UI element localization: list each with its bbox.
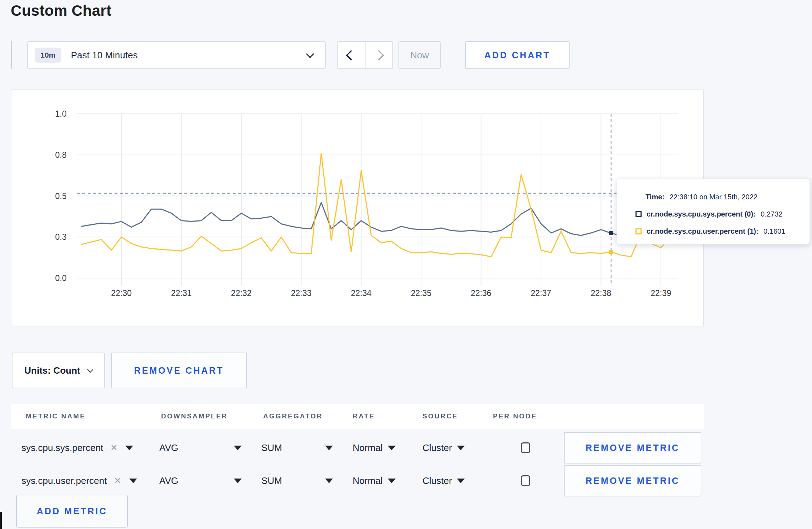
tooltip-series-row: cr.node.sys.cpu.sys.percent (0): 0.2732 [635,207,809,221]
source-value: Cluster [422,475,452,486]
rate-select[interactable]: Normal [353,431,396,464]
dropdown-arrow-icon [457,446,465,450]
table-row: sys.cpu.sys.percent ✕ AVG SUM Normal Clu… [11,431,704,464]
prev-time-button[interactable] [338,42,366,68]
y-axis-tick-label: 0.8 [36,149,67,161]
rate-value: Normal [353,442,383,453]
page-title: Custom Chart [11,2,111,19]
add-chart-button[interactable]: ADD CHART [465,41,570,69]
metric-name-select[interactable]: sys.cpu.user.percent ✕ [21,464,137,497]
y-axis-tick-label: 0.3 [36,231,67,243]
aggregator-value: SUM [261,442,282,453]
dropdown-arrow-icon [388,446,396,450]
time-window-dropdown[interactable]: 10m Past 10 Minutes [27,41,326,69]
clear-metric-icon[interactable]: ✕ [110,443,117,453]
per-node-checkbox[interactable] [521,475,530,486]
x-axis-tick-label: 22:35 [396,288,446,298]
downsampler-select[interactable]: AVG [159,431,242,464]
clear-metric-icon[interactable]: ✕ [114,476,121,486]
tooltip-series-row: cr.node.sys.cpu.user.percent (1): 0.1601 [635,224,809,238]
rate-value: Normal [353,475,383,486]
dropdown-arrow-icon [234,446,242,450]
tooltip-series-label: cr.node.sys.cpu.user.percent (1): [647,227,758,236]
series-line-0 [81,203,671,236]
source-value: Cluster [422,442,452,453]
dropdown-arrow-icon [457,479,465,483]
dropdown-arrow-icon [325,479,333,483]
toolbar-left-divider [11,41,12,69]
y-axis-tick-label: 1.0 [36,108,67,120]
chevron-down-icon [306,50,314,58]
metric-name-select[interactable]: sys.cpu.sys.percent ✕ [21,431,133,464]
chart-hover-tooltip: Time: 22:38:10 on Mar 15th, 2022 cr.node… [617,179,810,244]
x-axis-tick-label: 22:38 [576,288,626,298]
col-header-source: SOURCE [422,404,458,429]
x-axis-tick-label: 22:37 [516,288,566,298]
col-header-rate: RATE [353,404,375,429]
col-header-downsampler: DOWNSAMPLER [161,404,228,429]
tooltip-series-value: 0.1601 [763,227,785,236]
next-time-button[interactable] [366,42,393,68]
aggregator-value: SUM [261,475,282,486]
hover-point-marker-0 [609,231,613,235]
x-axis-tick-label: 22:31 [156,288,206,298]
x-axis: 22:3022:3122:3222:3322:3422:3522:3622:37… [77,288,678,301]
dropdown-arrow-icon [129,479,137,483]
now-button[interactable]: Now [398,41,441,69]
y-axis-tick-label: 0.5 [36,190,67,202]
col-header-aggregator: AGGREGATOR [263,404,323,429]
tooltip-time-label: Time: [646,193,664,201]
aggregator-select[interactable]: SUM [261,464,333,497]
source-select[interactable]: Cluster [422,431,465,464]
downsampler-value: AVG [159,442,178,453]
sys-series-legend-icon [635,211,642,217]
table-row: sys.cpu.user.percent ✕ AVG SUM Normal Cl… [11,464,704,497]
time-pager [337,41,393,69]
units-dropdown[interactable]: Units: Count [12,353,105,388]
time-window-label: Past 10 Minutes [71,50,137,61]
hover-point-marker-1 [609,250,613,254]
dropdown-arrow-icon [388,479,396,483]
page-edge-artifact [0,512,2,529]
dropdown-arrow-icon [234,479,242,483]
metrics-table-header: METRIC NAME DOWNSAMPLER AGGREGATOR RATE … [11,404,704,429]
tooltip-series-value: 0.2732 [761,210,783,218]
metric-name-value: sys.cpu.user.percent [21,475,107,486]
series-line-1 [81,153,671,257]
downsampler-select[interactable]: AVG [159,464,242,497]
x-axis-tick-label: 22:39 [636,288,686,298]
y-axis-tick-label: 0.0 [36,272,67,284]
x-axis-tick-label: 22:33 [276,288,326,298]
x-axis-tick-label: 22:30 [96,288,146,298]
source-select[interactable]: Cluster [422,464,465,497]
per-node-checkbox[interactable] [521,442,530,453]
chevron-right-icon [373,50,384,60]
downsampler-value: AVG [159,475,178,486]
metric-name-value: sys.cpu.sys.percent [21,442,103,453]
col-header-per-node: PER NODE [493,404,537,429]
chevron-down-icon [87,367,93,373]
col-header-metric-name: METRIC NAME [26,404,86,429]
dropdown-arrow-icon [325,446,333,450]
timeseries-chart[interactable] [77,114,678,286]
units-label: Units: Count [24,365,80,376]
time-window-badge: 10m [35,48,61,63]
x-axis-tick-label: 22:32 [216,288,266,298]
user-series-legend-icon [635,228,642,234]
remove-chart-button[interactable]: REMOVE CHART [111,353,247,388]
tooltip-series-label: cr.node.sys.cpu.sys.percent (0): [647,210,756,218]
tooltip-time-value: 22:38:10 on Mar 15th, 2022 [670,193,758,201]
add-metric-button[interactable]: ADD METRIC [16,495,128,528]
dropdown-arrow-icon [125,446,133,450]
y-axis: 1.00.80.50.30.0 [36,114,67,278]
remove-metric-button[interactable]: REMOVE METRIC [564,432,701,464]
tooltip-time-row: Time: 22:38:10 on Mar 15th, 2022 [635,190,809,204]
remove-metric-button[interactable]: REMOVE METRIC [564,465,701,496]
rate-select[interactable]: Normal [353,464,396,497]
chevron-left-icon [346,50,357,60]
x-axis-tick-label: 22:36 [456,288,506,298]
aggregator-select[interactable]: SUM [261,431,333,464]
x-axis-tick-label: 22:34 [336,288,386,298]
